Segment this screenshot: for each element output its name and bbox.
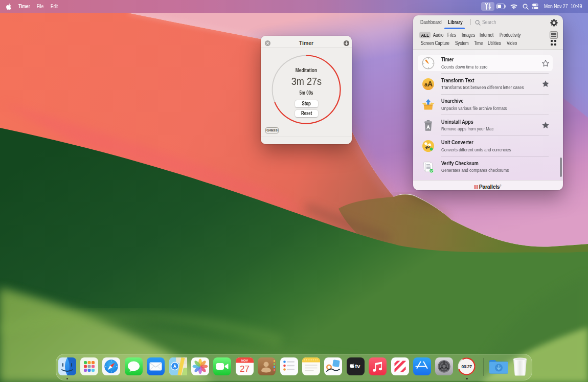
svg-text:27: 27	[240, 364, 250, 374]
svg-text:NOV: NOV	[241, 359, 248, 362]
svg-text:tv: tv	[355, 363, 360, 369]
svg-text:A: A	[427, 80, 433, 88]
svg-text:03:27: 03:27	[461, 364, 472, 369]
